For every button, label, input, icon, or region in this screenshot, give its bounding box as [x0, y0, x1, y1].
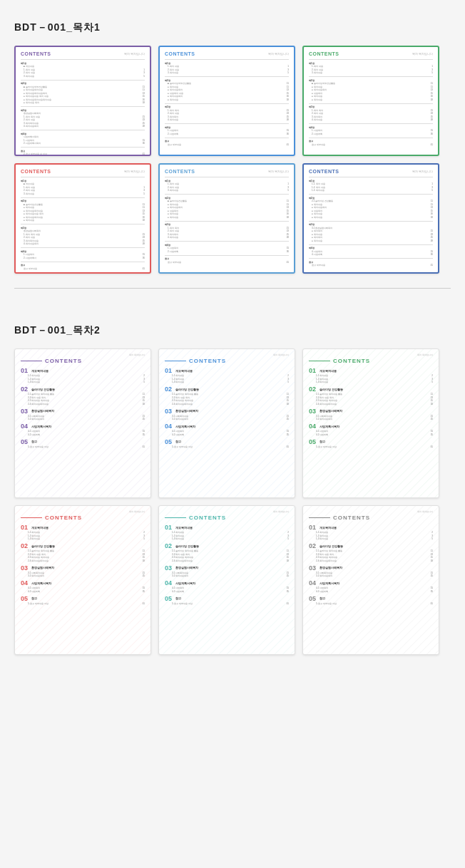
- style2-card-purple: 목차 목차입니다 CONTENTS 01개요목차내용 1-1 목차내용2 1-2…: [14, 348, 151, 498]
- section-divider: [14, 288, 451, 289]
- style2-card-red: 목차 목차입니다 CONTENTS 01개요목차내용 1-1 목차내용2 1-2…: [14, 505, 151, 655]
- contents-label-2: CONTENTS: [165, 51, 195, 56]
- contents-label-4: CONTENTS: [21, 169, 51, 174]
- contents-label-1: CONTENTS: [21, 51, 51, 56]
- contents2-label-green: CONTENTS: [333, 358, 370, 364]
- section-gap: [14, 303, 451, 324]
- style1-card-blue: CONTENTS 목차 목차입니다 제1장 1. 목차 내용1 2. 목차 내용…: [158, 46, 295, 156]
- contents2-label-gray: CONTENTS: [333, 515, 370, 521]
- section1-row2: CONTENTS 목차 목차입니다 제1장 ■ 개요내용 1. 목차 내용1 2…: [14, 163, 451, 274]
- style2-card-teal: 목차 목차입니다 CONTENTS 01개요목차내용 1-1 목차내용2 1-2…: [158, 505, 295, 655]
- style2-card-green: 목차 목차입니다 CONTENTS 01개요목차내용 1-1 목차내용2 1-2…: [302, 348, 439, 498]
- section1-title: BDT－001_목차1: [14, 21, 451, 34]
- contents2-label-purple: CONTENTS: [45, 358, 82, 364]
- style2-card-blue: 목차 목차입니다 CONTENTS 01개요목차내용 1-1 목차내용2 1-2…: [158, 348, 295, 498]
- section2: BDT－001_목차2 목차 목차입니다 CONTENTS 01개: [14, 324, 451, 655]
- style1-card-purple: CONTENTS 목차 목차입니다 제1장 ■ 개요내용 1. 목차 내용1 2…: [14, 46, 151, 156]
- style1-card-red: CONTENTS 목차 목차입니다 제1장 ■ 개요내용 1. 목차 내용1 2…: [14, 163, 151, 274]
- section2-row2: 목차 목차입니다 CONTENTS 01개요목차내용 1-1 목차내용2 1-2…: [14, 505, 451, 655]
- contents-label-5: CONTENTS: [165, 169, 195, 174]
- contents-label-6: CONTENTS: [309, 169, 339, 174]
- style2-card-gray: 목차 목차입니다 CONTENTS 01개요목차내용 1-1 목차내용2 1-2…: [302, 505, 439, 655]
- style1-card-blue2: CONTENTS 목차 목차입니다 제1장 1. 목차 내용1 2. 목차 내용…: [158, 163, 295, 274]
- section2-row1: 목차 목차입니다 CONTENTS 01개요목차내용 1-1 목차내용2 1-2…: [14, 348, 451, 498]
- contents-label-3: CONTENTS: [309, 51, 339, 56]
- contents2-label-teal: CONTENTS: [189, 515, 226, 521]
- style1-card-darkblue: CONTENTS 목차 목차입니다 제1장 1-1. 목차 내용1 1-2. 목…: [302, 163, 439, 274]
- style1-card-green: CONTENTS 목차 목차입니다 제1장 1. 목차 내용1 2. 목차 내용…: [302, 46, 439, 156]
- contents2-label-blue: CONTENTS: [189, 358, 226, 364]
- section1: BDT－001_목차1 CONTENTS 목차 목차입니다 제1장 ■ 개요내용…: [14, 21, 451, 274]
- contents2-label-red: CONTENTS: [45, 515, 82, 521]
- section2-title: BDT－001_목차2: [14, 324, 451, 337]
- section1-row1: CONTENTS 목차 목차입니다 제1장 ■ 개요내용 1. 목차 내용1 2…: [14, 46, 451, 156]
